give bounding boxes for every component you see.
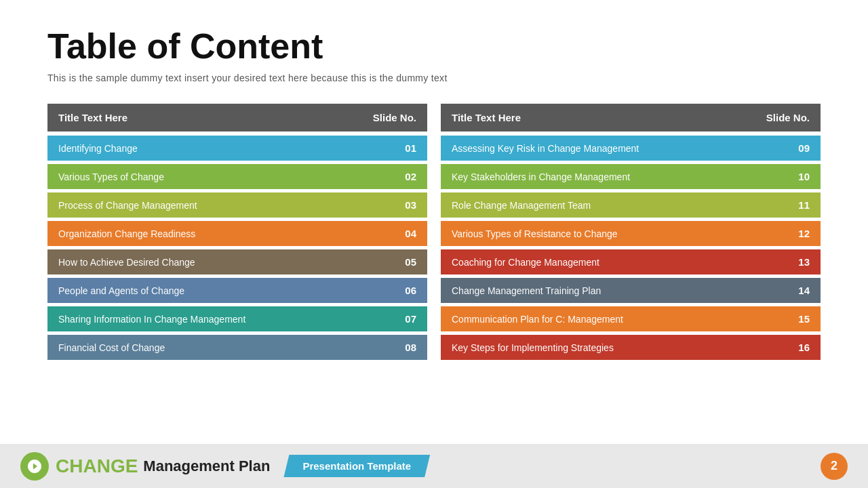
table-row: Financial Cost of Change 08 xyxy=(47,335,427,360)
row-num: 03 xyxy=(405,199,416,211)
left-table-rows: Identifying Change 01 Various Types of C… xyxy=(47,136,427,360)
row-num: 04 xyxy=(405,228,416,239)
right-table-rows: Assessing Key Risk in Change Management … xyxy=(441,136,821,360)
tables-container: Title Text Here Slide No. Identifying Ch… xyxy=(47,104,821,360)
right-table-header: Title Text Here Slide No. xyxy=(441,104,821,131)
table-row: Organization Change Readiness 04 xyxy=(47,221,427,246)
row-label: Sharing Information In Change Management xyxy=(58,314,245,325)
footer: CHANGE Management Plan Presentation Temp… xyxy=(0,444,868,488)
right-col1-label: Title Text Here xyxy=(452,112,521,123)
left-col1-label: Title Text Here xyxy=(58,112,127,123)
row-label: Assessing Key Risk in Change Management xyxy=(452,143,639,154)
table-row: Process of Change Management 03 xyxy=(47,192,427,218)
row-label: Role Change Management Team xyxy=(452,200,591,211)
row-num: 12 xyxy=(798,228,810,239)
row-num: 10 xyxy=(798,171,810,182)
row-label: Key Steps for Implementing Strategies xyxy=(452,342,614,353)
row-label: Key Stakeholders in Change Management xyxy=(452,171,630,182)
left-col2-label: Slide No. xyxy=(373,112,416,123)
table-row: Sharing Information In Change Management… xyxy=(47,306,427,331)
page-title: Table of Content xyxy=(47,27,821,66)
row-label: Various Types of Resistance to Change xyxy=(452,228,618,239)
footer-logo xyxy=(20,452,49,481)
row-num: 11 xyxy=(798,199,810,211)
row-num: 08 xyxy=(405,342,416,353)
row-label: Coaching for Change Management xyxy=(452,257,599,268)
row-label: Organization Change Readiness xyxy=(58,228,195,239)
row-num: 09 xyxy=(798,142,810,154)
right-table: Title Text Here Slide No. Assessing Key … xyxy=(441,104,821,360)
row-label: How to Achieve Desired Change xyxy=(58,257,195,268)
table-row: Assessing Key Risk in Change Management … xyxy=(441,136,821,161)
row-num: 06 xyxy=(405,285,416,296)
row-label: Process of Change Management xyxy=(58,200,197,211)
row-num: 02 xyxy=(405,171,416,182)
row-num: 15 xyxy=(798,313,810,325)
row-label: Various Types of Change xyxy=(58,171,164,182)
table-row: Various Types of Change 02 xyxy=(47,164,427,189)
row-label: People and Agents of Change xyxy=(58,285,184,296)
table-row: Communication Plan for C: Management 15 xyxy=(441,306,821,331)
left-table-header: Title Text Here Slide No. xyxy=(47,104,427,131)
row-num: 14 xyxy=(798,285,810,296)
right-col2-label: Slide No. xyxy=(766,112,810,123)
page-number: 2 xyxy=(821,453,848,480)
main-content: Table of Content This is the sample dumm… xyxy=(0,0,868,360)
table-row: Identifying Change 01 xyxy=(47,136,427,161)
table-row: People and Agents of Change 06 xyxy=(47,278,427,303)
footer-template: Presentation Template xyxy=(283,455,430,477)
footer-brand: CHANGE xyxy=(56,455,138,477)
table-row: Role Change Management Team 11 xyxy=(441,192,821,218)
row-num: 16 xyxy=(798,342,810,353)
row-label: Change Management Training Plan xyxy=(452,285,601,296)
table-row: Key Steps for Implementing Strategies 16 xyxy=(441,335,821,360)
table-row: Change Management Training Plan 14 xyxy=(441,278,821,303)
logo-icon xyxy=(26,458,43,474)
table-row: Coaching for Change Management 13 xyxy=(441,249,821,274)
row-label: Communication Plan for C: Management xyxy=(452,314,623,325)
left-table: Title Text Here Slide No. Identifying Ch… xyxy=(47,104,427,360)
row-num: 07 xyxy=(405,313,416,325)
footer-sub: Management Plan xyxy=(143,458,270,475)
row-num: 05 xyxy=(405,256,416,268)
row-label: Financial Cost of Change xyxy=(58,342,165,353)
table-row: Key Stakeholders in Change Management 10 xyxy=(441,164,821,189)
table-row: How to Achieve Desired Change 05 xyxy=(47,249,427,274)
row-label: Identifying Change xyxy=(58,143,138,154)
table-row: Various Types of Resistance to Change 12 xyxy=(441,221,821,246)
page-subtitle: This is the sample dummy text insert you… xyxy=(47,73,821,83)
row-num: 01 xyxy=(405,142,416,154)
row-num: 13 xyxy=(798,256,810,268)
